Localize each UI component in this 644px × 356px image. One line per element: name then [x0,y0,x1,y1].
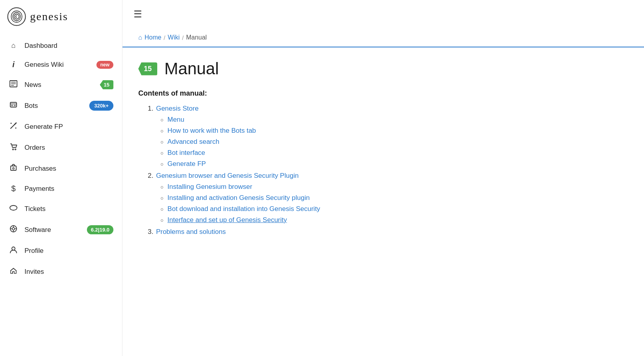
breadcrumb-separator-2: / [182,34,184,41]
sidebar-navigation: ⌂ Dashboard i Genesis Wiki new News 15 [0,33,122,285]
hamburger-menu-icon[interactable]: ☰ [134,9,142,20]
sidebar-item-label: Invites [24,268,113,276]
sidebar-item-software[interactable]: Software 6.2|19.0 [0,219,122,240]
svg-rect-5 [10,102,17,107]
bots-count-badge: 320k+ [89,101,113,111]
sidebar-item-payments[interactable]: $ Payments [0,179,122,198]
sidebar-item-purchases[interactable]: Purchases [0,158,122,179]
sidebar-item-generate-fp[interactable]: Generate FP [0,116,122,137]
software-icon [9,224,18,235]
svg-point-12 [15,128,17,129]
toc-number-3: 3. [148,228,155,235]
svg-rect-16 [11,166,16,170]
toc-sublist-item: Bot interface [160,149,628,157]
toc-sublist-item: Bot download and installation into Genes… [160,205,628,213]
sidebar-item-label: Purchases [24,165,113,173]
sidebar-item-invites[interactable]: Invites [0,261,122,282]
sidebar-item-label: Orders [24,144,113,152]
page-news-badge: 15 [138,62,157,75]
sidebar-item-label: Payments [24,185,113,193]
sidebar-item-label: Dashboard [24,42,113,50]
sidebar-item-tickets[interactable]: Tickets [0,198,122,219]
svg-line-10 [15,123,16,124]
main-content: ☰ ⌂ Home / Wiki / Manual 15 Manual Conte… [122,0,644,356]
page-body: 15 Manual Contents of manual: 1. Genesis… [122,47,644,252]
toc-link-problems[interactable]: Problems and solutions [156,228,226,235]
logo-area: genesis [0,0,122,33]
orders-icon [9,142,18,153]
toc-sublist-2: Installing Genesium browser Installing a… [160,183,628,224]
payments-icon: $ [9,184,18,193]
news-count-badge: 15 [100,80,113,89]
toc-item-2: 2. Genesium browser and Genesis Security… [148,172,628,224]
toc-sublist-item: Menu [160,116,628,124]
svg-point-19 [12,228,15,230]
fingerprint-icon [7,7,26,26]
toc-item-1: 1. Genesis Store Menu How to work with t… [148,105,628,168]
toc-link-bot-download[interactable]: Bot download and installation into Genes… [168,205,320,213]
toc-link-installing-browser[interactable]: Installing Genesium browser [168,183,252,191]
sidebar-item-dashboard[interactable]: ⌂ Dashboard [0,36,122,55]
profile-icon [9,245,18,256]
toc-sublist-item: Advanced search [160,138,628,146]
sidebar-item-label: Profile [24,247,113,255]
toc-sublist-item: Generate FP [160,160,628,168]
svg-point-0 [8,8,26,26]
sidebar-item-bots[interactable]: Bots 320k+ [0,95,122,116]
sidebar-item-label: News [24,81,94,89]
toc-link-bot-interface[interactable]: Bot interface [168,149,205,157]
toc-sublist-item: Installing Genesium browser [160,183,628,191]
toc-link-generate-fp[interactable]: Generate FP [168,160,206,168]
logo-text: genesis [30,10,68,23]
toc-link-advanced-search[interactable]: Advanced search [168,138,219,146]
toc-link-genesium[interactable]: Genesium browser and Genesis Security Pl… [156,172,299,179]
toc-link-bots-tab[interactable]: How to work with the Bots tab [168,127,256,135]
toc-link-interface-setup[interactable]: Interface and set up of Genesis Security [168,216,287,224]
svg-rect-8 [14,105,15,106]
toc-link-menu[interactable]: Menu [168,116,185,124]
toc-sublist-item toc-item-underline: Interface and set up of Genesis Security [160,216,628,224]
breadcrumb-current: Manual [186,34,207,41]
toc-link-installing-plugin[interactable]: Installing and activation Genesis Securi… [168,194,310,202]
page-title: Manual [164,59,219,78]
svg-point-17 [13,168,14,169]
sidebar-item-label: Bots [24,102,83,110]
purchases-icon [9,163,18,174]
sidebar-item-genesis-wiki[interactable]: i Genesis Wiki new [0,55,122,74]
news-icon [9,79,18,90]
toc-sublist-item: How to work with the Bots tab [160,127,628,135]
contents-heading: Contents of manual: [138,89,628,98]
svg-point-15 [15,149,16,150]
svg-point-14 [13,149,14,150]
svg-point-11 [11,123,12,124]
invites-icon [9,266,18,277]
sidebar: genesis ⌂ Dashboard i Genesis Wiki new N… [0,0,122,356]
info-icon: i [9,60,18,69]
toc-link-genesis-store[interactable]: Genesis Store [156,105,199,112]
breadcrumb-home-link[interactable]: Home [145,34,162,41]
breadcrumb: ⌂ Home / Wiki / Manual [122,28,644,47]
toc-number-2: 2. [148,172,155,179]
top-bar: ☰ [122,0,644,28]
sidebar-item-orders[interactable]: Orders [0,137,122,158]
svg-point-13 [11,128,11,128]
breadcrumb-separator-1: / [164,34,165,41]
toc-sublist-item: Installing and activation Genesis Securi… [160,194,628,202]
wand-icon [9,121,18,132]
sidebar-item-label: Tickets [24,205,113,213]
toc-item-3: 3. Problems and solutions [148,228,628,236]
home-icon: ⌂ [138,34,142,41]
sidebar-item-label: Software [24,226,81,234]
new-badge: new [96,61,113,69]
sidebar-item-news[interactable]: News 15 [0,74,122,95]
house-icon: ⌂ [9,41,18,50]
svg-point-24 [12,247,15,250]
breadcrumb-wiki-link[interactable]: Wiki [168,34,180,41]
sidebar-item-profile[interactable]: Profile [0,240,122,261]
tickets-icon [9,203,18,214]
sidebar-item-label: Generate FP [24,123,113,131]
software-badge: 6.2|19.0 [87,225,113,234]
page-title-row: 15 Manual [138,59,628,78]
svg-rect-7 [11,105,13,106]
bots-icon [9,100,18,111]
